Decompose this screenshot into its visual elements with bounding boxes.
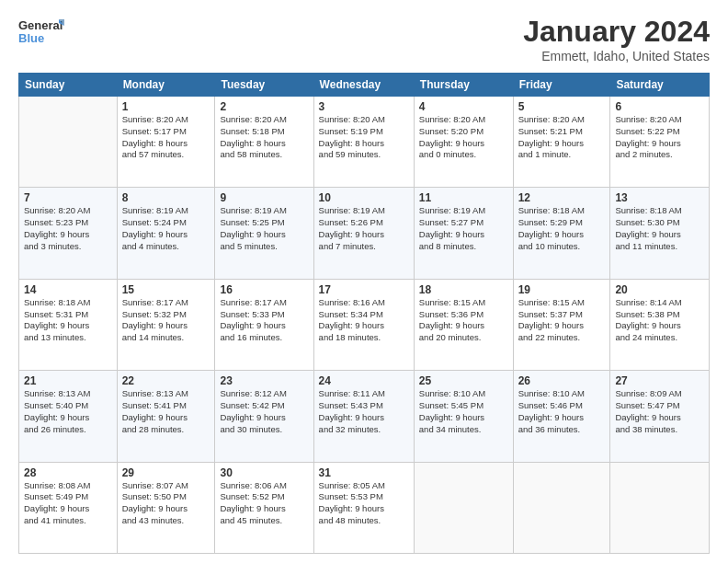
day-number: 7 xyxy=(24,191,112,204)
day-info: Sunrise: 8:09 AM Sunset: 5:47 PM Dayligh… xyxy=(615,388,704,435)
day-number: 19 xyxy=(518,283,606,296)
day-info: Sunrise: 8:15 AM Sunset: 5:37 PM Dayligh… xyxy=(518,297,606,344)
calendar-cell: 6Sunrise: 8:20 AM Sunset: 5:22 PM Daylig… xyxy=(610,97,710,188)
day-number: 10 xyxy=(319,191,409,204)
day-number: 15 xyxy=(122,283,210,296)
calendar-cell xyxy=(414,462,513,553)
column-header-sunday: Sunday xyxy=(19,74,118,97)
calendar-cell: 14Sunrise: 8:18 AM Sunset: 5:31 PM Dayli… xyxy=(19,279,118,370)
column-header-monday: Monday xyxy=(117,74,215,97)
day-number: 17 xyxy=(319,283,409,296)
page: General Blue January 2024 Emmett, Idaho,… xyxy=(0,0,728,563)
day-info: Sunrise: 8:16 AM Sunset: 5:34 PM Dayligh… xyxy=(319,297,409,344)
day-number: 13 xyxy=(615,191,704,204)
calendar-cell: 31Sunrise: 8:05 AM Sunset: 5:53 PM Dayli… xyxy=(313,462,414,553)
day-number: 3 xyxy=(319,100,409,113)
day-number: 12 xyxy=(518,191,606,204)
day-info: Sunrise: 8:19 AM Sunset: 5:27 PM Dayligh… xyxy=(419,205,508,252)
day-info: Sunrise: 8:15 AM Sunset: 5:36 PM Dayligh… xyxy=(419,297,508,344)
header: General Blue January 2024 Emmett, Idaho,… xyxy=(18,15,710,63)
day-number: 8 xyxy=(122,191,210,204)
day-info: Sunrise: 8:20 AM Sunset: 5:23 PM Dayligh… xyxy=(24,205,112,252)
calendar-cell: 25Sunrise: 8:10 AM Sunset: 5:45 PM Dayli… xyxy=(414,371,513,462)
day-info: Sunrise: 8:20 AM Sunset: 5:18 PM Dayligh… xyxy=(220,114,308,161)
day-number: 18 xyxy=(419,283,508,296)
calendar-cell: 28Sunrise: 8:08 AM Sunset: 5:49 PM Dayli… xyxy=(19,462,118,553)
calendar-week-row: 14Sunrise: 8:18 AM Sunset: 5:31 PM Dayli… xyxy=(19,279,710,370)
day-info: Sunrise: 8:17 AM Sunset: 5:32 PM Dayligh… xyxy=(122,297,210,344)
calendar-cell xyxy=(513,462,610,553)
day-number: 2 xyxy=(220,100,308,113)
calendar-cell: 5Sunrise: 8:20 AM Sunset: 5:21 PM Daylig… xyxy=(513,97,610,188)
day-info: Sunrise: 8:10 AM Sunset: 5:45 PM Dayligh… xyxy=(419,388,508,435)
day-number: 29 xyxy=(122,466,210,479)
day-number: 14 xyxy=(24,283,112,296)
day-info: Sunrise: 8:13 AM Sunset: 5:40 PM Dayligh… xyxy=(24,388,112,435)
day-number: 30 xyxy=(220,466,308,479)
calendar-cell xyxy=(19,97,118,188)
calendar-week-row: 1Sunrise: 8:20 AM Sunset: 5:17 PM Daylig… xyxy=(19,97,710,188)
calendar-cell: 13Sunrise: 8:18 AM Sunset: 5:30 PM Dayli… xyxy=(610,188,710,279)
calendar-week-row: 28Sunrise: 8:08 AM Sunset: 5:49 PM Dayli… xyxy=(19,462,710,553)
calendar-cell: 30Sunrise: 8:06 AM Sunset: 5:52 PM Dayli… xyxy=(215,462,313,553)
calendar-cell: 11Sunrise: 8:19 AM Sunset: 5:27 PM Dayli… xyxy=(414,188,513,279)
svg-text:General: General xyxy=(18,18,63,32)
day-number: 11 xyxy=(419,191,508,204)
calendar-cell: 12Sunrise: 8:18 AM Sunset: 5:29 PM Dayli… xyxy=(513,188,610,279)
calendar-cell: 26Sunrise: 8:10 AM Sunset: 5:46 PM Dayli… xyxy=(513,371,610,462)
svg-text:Blue: Blue xyxy=(18,31,44,45)
day-number: 24 xyxy=(319,374,409,387)
calendar-cell: 17Sunrise: 8:16 AM Sunset: 5:34 PM Dayli… xyxy=(313,279,414,370)
day-number: 6 xyxy=(615,100,704,113)
column-header-thursday: Thursday xyxy=(414,74,513,97)
column-header-friday: Friday xyxy=(513,74,610,97)
logo-svg: General Blue xyxy=(18,15,64,48)
day-info: Sunrise: 8:18 AM Sunset: 5:31 PM Dayligh… xyxy=(24,297,112,344)
day-info: Sunrise: 8:07 AM Sunset: 5:50 PM Dayligh… xyxy=(122,480,210,527)
day-info: Sunrise: 8:14 AM Sunset: 5:38 PM Dayligh… xyxy=(615,297,704,344)
day-number: 22 xyxy=(122,374,210,387)
calendar-cell: 4Sunrise: 8:20 AM Sunset: 5:20 PM Daylig… xyxy=(414,97,513,188)
logo: General Blue xyxy=(18,15,64,48)
calendar-cell: 9Sunrise: 8:19 AM Sunset: 5:25 PM Daylig… xyxy=(215,188,313,279)
month-title: January 2024 xyxy=(523,15,710,49)
day-number: 16 xyxy=(220,283,308,296)
calendar-cell: 15Sunrise: 8:17 AM Sunset: 5:32 PM Dayli… xyxy=(117,279,215,370)
calendar-cell: 19Sunrise: 8:15 AM Sunset: 5:37 PM Dayli… xyxy=(513,279,610,370)
calendar-cell: 3Sunrise: 8:20 AM Sunset: 5:19 PM Daylig… xyxy=(313,97,414,188)
column-header-tuesday: Tuesday xyxy=(215,74,313,97)
calendar-week-row: 7Sunrise: 8:20 AM Sunset: 5:23 PM Daylig… xyxy=(19,188,710,279)
calendar-cell: 10Sunrise: 8:19 AM Sunset: 5:26 PM Dayli… xyxy=(313,188,414,279)
calendar-cell: 1Sunrise: 8:20 AM Sunset: 5:17 PM Daylig… xyxy=(117,97,215,188)
day-info: Sunrise: 8:10 AM Sunset: 5:46 PM Dayligh… xyxy=(518,388,606,435)
day-info: Sunrise: 8:17 AM Sunset: 5:33 PM Dayligh… xyxy=(220,297,308,344)
day-info: Sunrise: 8:11 AM Sunset: 5:43 PM Dayligh… xyxy=(319,388,409,435)
calendar-header-row: SundayMondayTuesdayWednesdayThursdayFrid… xyxy=(19,74,710,97)
column-header-wednesday: Wednesday xyxy=(313,74,414,97)
calendar-table: SundayMondayTuesdayWednesdayThursdayFrid… xyxy=(18,73,710,554)
day-info: Sunrise: 8:05 AM Sunset: 5:53 PM Dayligh… xyxy=(319,480,409,527)
calendar-cell: 24Sunrise: 8:11 AM Sunset: 5:43 PM Dayli… xyxy=(313,371,414,462)
day-number: 1 xyxy=(122,100,210,113)
day-info: Sunrise: 8:20 AM Sunset: 5:19 PM Dayligh… xyxy=(319,114,409,161)
column-header-saturday: Saturday xyxy=(610,74,710,97)
day-info: Sunrise: 8:06 AM Sunset: 5:52 PM Dayligh… xyxy=(220,480,308,527)
day-number: 27 xyxy=(615,374,704,387)
day-info: Sunrise: 8:18 AM Sunset: 5:30 PM Dayligh… xyxy=(615,205,704,252)
day-info: Sunrise: 8:20 AM Sunset: 5:20 PM Dayligh… xyxy=(419,114,508,161)
day-number: 9 xyxy=(220,191,308,204)
calendar-cell: 2Sunrise: 8:20 AM Sunset: 5:18 PM Daylig… xyxy=(215,97,313,188)
day-info: Sunrise: 8:08 AM Sunset: 5:49 PM Dayligh… xyxy=(24,480,112,527)
day-info: Sunrise: 8:19 AM Sunset: 5:25 PM Dayligh… xyxy=(220,205,308,252)
day-info: Sunrise: 8:20 AM Sunset: 5:17 PM Dayligh… xyxy=(122,114,210,161)
day-number: 26 xyxy=(518,374,606,387)
day-number: 25 xyxy=(419,374,508,387)
calendar-cell: 16Sunrise: 8:17 AM Sunset: 5:33 PM Dayli… xyxy=(215,279,313,370)
calendar-cell: 8Sunrise: 8:19 AM Sunset: 5:24 PM Daylig… xyxy=(117,188,215,279)
calendar-cell: 27Sunrise: 8:09 AM Sunset: 5:47 PM Dayli… xyxy=(610,371,710,462)
day-number: 31 xyxy=(319,466,409,479)
day-number: 23 xyxy=(220,374,308,387)
calendar-cell: 20Sunrise: 8:14 AM Sunset: 5:38 PM Dayli… xyxy=(610,279,710,370)
day-info: Sunrise: 8:20 AM Sunset: 5:22 PM Dayligh… xyxy=(615,114,704,161)
calendar-cell: 21Sunrise: 8:13 AM Sunset: 5:40 PM Dayli… xyxy=(19,371,118,462)
